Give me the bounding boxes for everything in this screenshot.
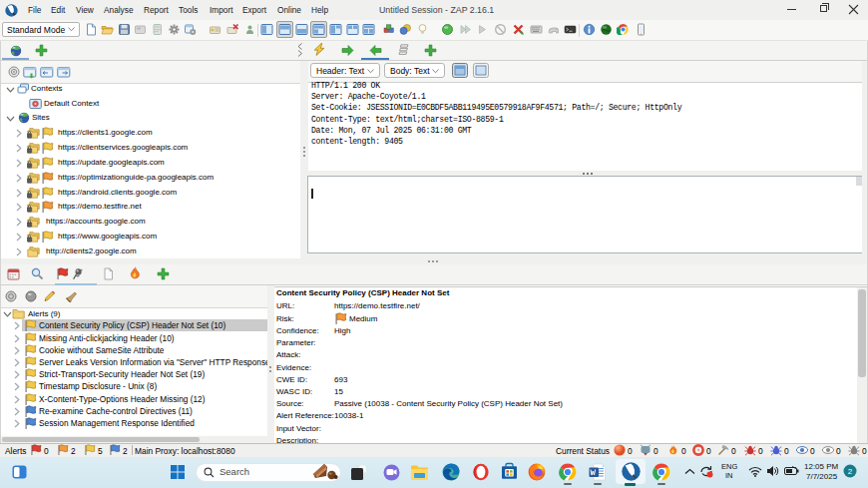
svg-text:2: 2 — [848, 467, 853, 476]
